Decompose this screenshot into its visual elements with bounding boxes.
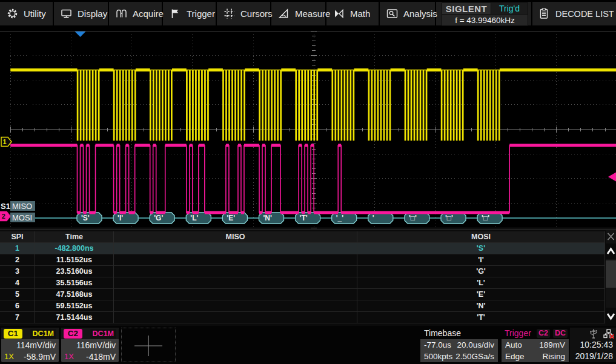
table-cell: 'I' [357,254,605,266]
table-cell: 71.5144us [35,312,114,323]
bus-line-label-mosi[interactable]: MOSI [10,213,35,222]
bus-s1-label: S1 [1,202,10,211]
menu-item-label: Measure [295,8,330,19]
timebase-rate: 2.50GSa/s [455,351,494,362]
table-cell: 'G' [357,266,605,277]
scroll-down-button[interactable] [606,308,616,326]
channel-1-badge: C1 [4,329,22,339]
trigger-type: Edge [505,351,525,362]
trigger-position-marker[interactable] [75,31,86,37]
scroll-up-button[interactable] [606,243,616,259]
trigger-slope: Rising [542,351,565,362]
svg-text:2: 2 [2,213,5,220]
frequency-counter-text: f = 43.99460kHz [455,16,515,25]
svg-text:': ' [373,214,374,222]
menu-item-measure[interactable]: Measure [271,2,326,25]
channel-1-coupling: DC1M [30,329,56,339]
table-cell: 59.5152us [35,300,114,312]
plus-icon [122,328,175,362]
cursors-icon [224,8,235,19]
menu-item-trigger[interactable]: Trigger [163,2,217,25]
timebase-delay: -77.0us [424,339,451,351]
decode-table-row[interactable]: 547.5168us'E' [0,289,605,300]
siglent-logo: SIGLENT [442,2,491,15]
table-cell [114,277,357,289]
decode-table-row[interactable]: 211.5152us'I' [0,254,605,266]
menu-item-utility[interactable]: Utility [0,2,54,25]
menu-item-cursors[interactable]: Cursors [217,2,271,25]
svg-text:'S': 'S' [81,214,90,222]
table-cell: 'E' [357,289,605,300]
flag-icon [170,8,181,19]
table-cell: 'T' [357,312,605,323]
decode-table-scrollbar [606,230,616,327]
scrollbar-thumb[interactable] [606,260,616,288]
table-cell: -482.800ns [35,243,114,254]
svg-text:'□': '□' [482,214,489,222]
table-cell: 23.5160us [35,266,114,277]
table-cell [114,289,357,300]
clipboard-icon [538,8,549,19]
trigger-title: Trigger [505,328,531,339]
channel-1-scale: 114mV/div [16,340,56,350]
decode-table-row[interactable]: 659.5152us'N' [0,300,605,312]
menu-item-acquire[interactable]: Acquire [109,2,163,25]
svg-text:'N': 'N' [263,214,273,222]
menu-item-math[interactable]: Math [326,2,380,25]
lan-icon [604,329,614,339]
channel-2-offset-marker[interactable]: 2 [1,212,11,221]
trigger-level: 189mV [539,339,565,351]
decode-table-row[interactable]: 323.5160us'G' [0,266,605,277]
menu-item-analysis[interactable]: Analysis [380,2,436,25]
display-icon [61,8,72,19]
channel-1-info-box[interactable]: C1 DC1M 114mV/div 1X -58.9mV [1,328,59,362]
menu-item-display[interactable]: Display [54,2,109,25]
decode-table-row[interactable]: 771.5144us'T' [0,312,605,323]
frequency-counter: f = 43.99460kHz [442,15,528,26]
svg-text:'□': '□' [409,214,417,222]
svg-text:MOSI: MOSI [12,213,32,222]
svg-text:'L': 'L' [190,214,198,222]
close-icon[interactable] [606,230,616,243]
channel-1-probe: 1X [4,352,14,361]
column-header: Time [35,231,114,243]
menu-item-decode-list[interactable]: DECODE LIST [531,2,616,25]
svg-text:'_': '_' [336,214,344,222]
datetime-box: 10:25:43 2019/1/28 [570,328,616,362]
table-cell: 'L' [357,277,605,289]
menu-item-label: Trigger [187,8,215,19]
brand-cluster: SIGLENT Trig'd f = 43.99460kHz [442,2,528,26]
svg-text:1: 1 [2,138,6,145]
clock-time: 10:25:43 [580,340,614,349]
channel-1-offset-marker[interactable]: 1 [1,137,12,147]
decode-table-header: SPITimeMISOMOSI [0,231,605,243]
acquire-icon [116,8,127,19]
svg-text:'I': 'I' [118,214,123,222]
svg-text:MISO: MISO [12,202,32,211]
trigger-source-chip: C2 [537,329,550,338]
decode-table-row[interactable]: 1-482.800ns'S' [0,243,605,254]
table-cell [114,300,357,312]
table-cell: 1 [0,243,35,254]
svg-text:'T': 'T' [300,214,308,222]
table-cell: 2 [0,254,35,266]
waveform-display[interactable]: 'S''I''G''L''E''N''T''_'''□''□''□'12S1MI… [0,27,616,229]
table-cell: 4 [0,277,35,289]
table-cell: 7 [0,312,35,323]
menu-item-label: Math [350,8,370,19]
bus-line-label-miso[interactable]: MISO [10,201,35,211]
table-cell [114,243,357,254]
trigger-box[interactable]: Trigger C2 DC Auto 189mV Edge Rising [502,328,569,362]
timebase-box[interactable]: Timebase -77.0us 20.0us/div 500kpts 2.50… [420,328,498,362]
decode-table-row[interactable]: 435.5156us'L' [0,277,605,289]
brand-row: SIGLENT Trig'd [442,2,528,15]
table-cell: 47.5168us [35,289,114,300]
svg-text:'E': 'E' [227,214,235,222]
table-cell [114,312,357,323]
channel-2-probe: 1X [64,352,74,361]
channel-2-info-box[interactable]: C2 DC1M 116mV/div 1X -418mV [61,328,119,362]
table-cell [114,254,357,266]
trigger-mode: Auto [505,339,522,351]
add-channel-box[interactable] [121,328,176,362]
trigger-level-marker[interactable] [608,173,616,182]
